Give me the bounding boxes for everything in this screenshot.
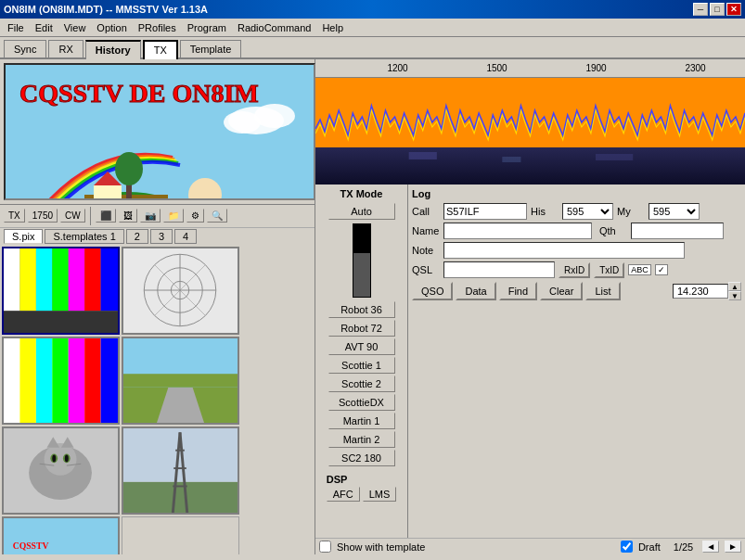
tx-mode-panel: TX Mode Auto Robot 36 Robot 72 AVT 90 Sc…	[315, 185, 408, 538]
menu-file[interactable]: File	[2, 20, 30, 35]
qso-button[interactable]: QSO	[412, 282, 453, 300]
thumb-7[interactable]: CQSSTV DE ON8IM	[2, 516, 120, 554]
mode-scottiedx[interactable]: ScottieDX	[328, 394, 395, 411]
thumb-6[interactable]	[122, 426, 239, 515]
dsp-section: DSP AFC LMS	[323, 472, 401, 503]
prev-page-button[interactable]: ◄	[702, 541, 719, 553]
svg-rect-42	[101, 337, 118, 423]
page-info: 1/25	[674, 541, 693, 553]
close-button[interactable]: ✕	[726, 3, 741, 16]
tab-tx[interactable]: TX	[143, 40, 178, 59]
thumb-4[interactable]	[122, 337, 239, 425]
mode-robot72[interactable]: Robot 72	[328, 320, 395, 337]
list-button[interactable]: List	[585, 282, 620, 300]
my-report-select[interactable]: 595599579	[649, 203, 700, 220]
image-icon[interactable]: 🖼	[119, 209, 137, 223]
mode-martin2[interactable]: Martin 2	[328, 431, 395, 448]
menu-edit[interactable]: Edit	[30, 20, 58, 35]
tabbar: Sync RX History TX Template	[0, 37, 745, 59]
thumb-3[interactable]	[2, 337, 120, 425]
svg-rect-37	[19, 337, 35, 423]
svg-rect-75	[502, 157, 520, 162]
camera-icon[interactable]: 📷	[140, 209, 161, 223]
mode-sc2180[interactable]: SC2 180	[328, 450, 395, 466]
freq-down-arrow[interactable]: ▼	[728, 291, 741, 300]
frequency-display: ▲ ▼	[673, 282, 741, 300]
svg-rect-24	[84, 248, 100, 311]
tab-4[interactable]: 4	[174, 229, 197, 244]
mode-robot36[interactable]: Robot 36	[328, 301, 395, 318]
folder-icon[interactable]: 📁	[163, 209, 184, 223]
qsl-input[interactable]	[443, 261, 555, 278]
freq-button[interactable]: 1750	[28, 209, 58, 223]
tx-button[interactable]: TX	[4, 209, 25, 223]
tab-3[interactable]: 3	[150, 229, 173, 244]
spectrum-area: 1200 1500 1900 2300	[315, 59, 745, 185]
abc-check-icon: ✓	[655, 264, 668, 275]
menubar: File Edit View Option PRofiles Program R…	[0, 19, 745, 37]
name-label: Name	[412, 225, 440, 236]
rxid-button[interactable]: RxID	[559, 262, 590, 278]
abc-icon: ABC	[628, 264, 651, 275]
tab-sync[interactable]: Sync	[4, 40, 46, 57]
cw-button[interactable]: CW	[60, 209, 85, 223]
menu-view[interactable]: View	[58, 20, 92, 35]
clear-button[interactable]: Clear	[540, 282, 583, 300]
mode-scottie1[interactable]: Scottie 1	[328, 357, 395, 374]
thumb-1[interactable]	[2, 247, 120, 335]
call-input[interactable]	[443, 203, 527, 220]
menu-help[interactable]: Help	[316, 20, 349, 35]
minimize-button[interactable]: ─	[693, 3, 708, 16]
mode-scottie2[interactable]: Scottie 2	[328, 375, 395, 392]
tab-2[interactable]: 2	[126, 229, 148, 244]
dsp-lms[interactable]: LMS	[363, 487, 397, 502]
menu-profiles[interactable]: PRofiles	[133, 20, 182, 35]
tab-history[interactable]: History	[85, 40, 141, 59]
mode-avt90[interactable]: AVT 90	[328, 338, 395, 355]
svg-rect-47	[123, 374, 238, 388]
thumb-8[interactable]	[122, 516, 239, 554]
dsp-label: DSP	[327, 474, 348, 485]
maximize-button[interactable]: □	[710, 3, 725, 16]
svg-rect-20	[19, 248, 35, 311]
draft-checkbox[interactable]	[621, 541, 633, 553]
freq-ruler: 1200 1500 1900 2300	[315, 59, 745, 78]
svg-point-55	[52, 454, 56, 462]
svg-rect-73	[315, 147, 745, 185]
next-page-button[interactable]: ►	[725, 541, 741, 553]
svg-point-50	[45, 443, 77, 476]
thumb-2[interactable]	[122, 247, 239, 335]
call-label: Call	[412, 206, 440, 217]
menu-program[interactable]: Program	[182, 20, 232, 35]
log-title: Log	[412, 188, 741, 199]
freq-up-arrow[interactable]: ▲	[728, 282, 741, 291]
menu-option[interactable]: Option	[91, 20, 132, 35]
draft-label: Draft	[638, 541, 661, 553]
his-report-select[interactable]: 595599579	[562, 203, 613, 220]
mode-martin1[interactable]: Martin 1	[328, 413, 395, 429]
zoom-icon[interactable]: 🔍	[207, 209, 227, 223]
record-icon[interactable]: ⬛	[96, 209, 116, 223]
tab-stemplates[interactable]: S.templates 1	[45, 229, 123, 244]
thumb-5[interactable]	[2, 426, 120, 515]
mode-auto[interactable]: Auto	[328, 203, 395, 220]
show-template-checkbox[interactable]	[319, 541, 331, 553]
log-name-row: Name Qth	[412, 223, 741, 239]
dsp-afc[interactable]: AFC	[327, 487, 360, 502]
menu-radiocommand[interactable]: RadioCommand	[232, 20, 316, 35]
tab-rx[interactable]: RX	[48, 40, 83, 57]
svg-point-56	[65, 454, 69, 462]
tab-spix[interactable]: S.pix	[4, 229, 43, 244]
waterfall-display[interactable]	[315, 78, 745, 185]
find-button[interactable]: Find	[499, 282, 537, 300]
name-input[interactable]	[443, 223, 592, 239]
tab-template[interactable]: Template	[180, 40, 242, 57]
right-panel: 1200 1500 1900 2300	[315, 59, 745, 554]
qth-input[interactable]	[631, 223, 724, 239]
frequency-input[interactable]	[673, 284, 728, 299]
txid-button[interactable]: TxID	[594, 262, 624, 278]
data-button[interactable]: Data	[456, 282, 495, 300]
note-input[interactable]	[443, 242, 685, 259]
settings-icon[interactable]: ⚙	[186, 209, 204, 223]
svg-point-5	[115, 152, 143, 185]
